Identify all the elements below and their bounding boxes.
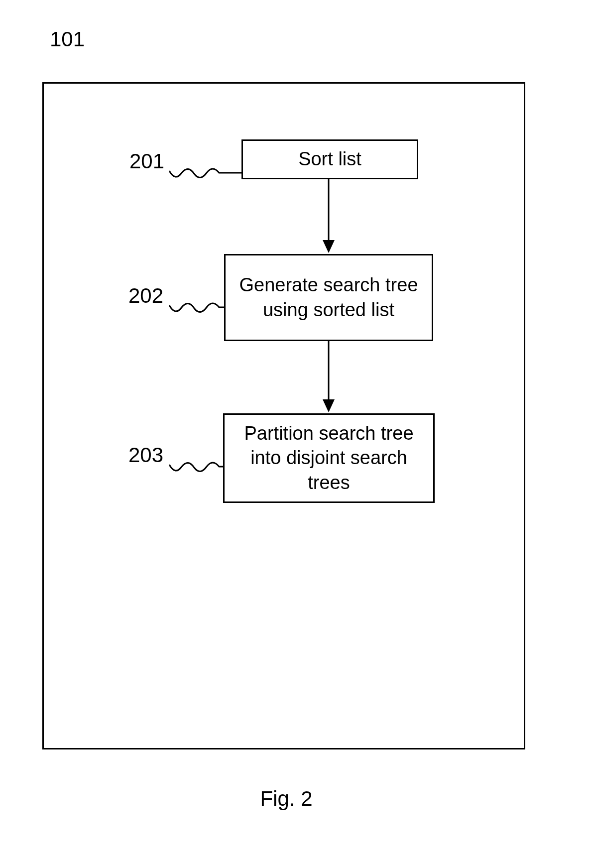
svg-marker-1 <box>323 240 335 253</box>
step-2-ref-label: 202 <box>128 284 163 308</box>
step-2-box: Generate search tree using sorted list <box>224 254 433 341</box>
step-3-squiggle-connector <box>169 456 223 481</box>
step-3-ref-label: 203 <box>128 443 163 467</box>
svg-marker-3 <box>323 399 335 412</box>
step-2-squiggle-connector <box>169 296 224 321</box>
arrow-2-to-3 <box>319 341 339 413</box>
step-3-text: Partition search tree into disjoint sear… <box>235 421 423 495</box>
step-3-box: Partition search tree into disjoint sear… <box>223 413 435 503</box>
step-1-text: Sort list <box>298 147 361 171</box>
arrow-1-to-2 <box>319 179 339 254</box>
step-1-ref-label: 201 <box>129 149 164 173</box>
outer-reference-label: 101 <box>50 27 85 51</box>
step-2-text: Generate search tree using sorted list <box>236 273 422 322</box>
step-1-squiggle-connector <box>169 162 241 187</box>
step-1-box: Sort list <box>241 139 418 179</box>
figure-caption: Fig. 2 <box>254 787 319 811</box>
